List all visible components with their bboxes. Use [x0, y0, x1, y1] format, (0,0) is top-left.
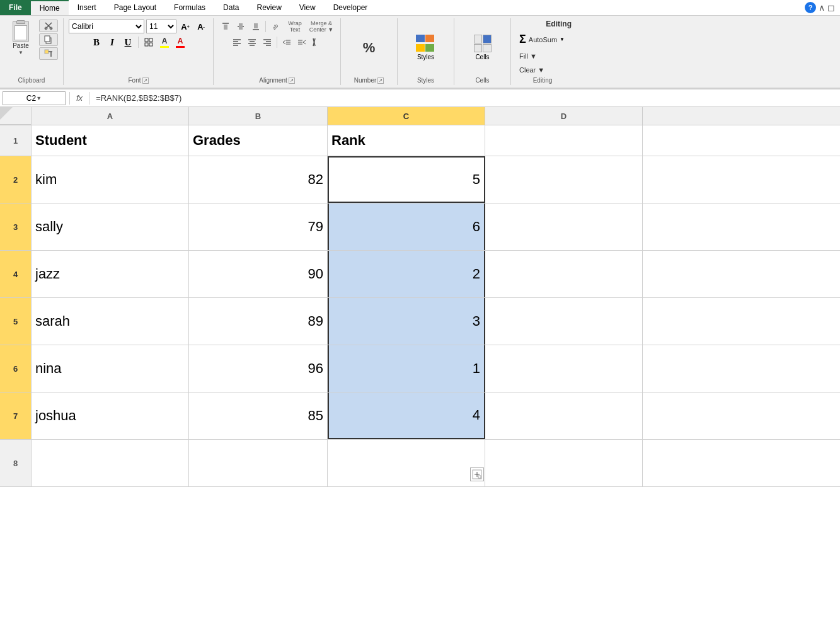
cell-b8[interactable]: [189, 440, 328, 486]
cell-d2[interactable]: [485, 156, 643, 203]
row-num-7[interactable]: 7: [0, 392, 32, 439]
tab-home[interactable]: Home: [31, 0, 69, 15]
align-top-button[interactable]: [219, 20, 233, 33]
cell-a8[interactable]: [32, 440, 189, 486]
fill-color-button[interactable]: A: [158, 35, 171, 49]
group-number: % Number ↗: [341, 18, 398, 85]
underline-button[interactable]: U: [121, 35, 135, 49]
cell-c5[interactable]: 3: [328, 298, 485, 345]
tab-page-layout[interactable]: Page Layout: [105, 0, 165, 15]
cell-c1[interactable]: Rank: [328, 125, 485, 156]
align-left-button[interactable]: [230, 35, 244, 49]
svg-line-32: [283, 40, 285, 42]
cell-a6[interactable]: nina: [32, 345, 189, 392]
bold-button[interactable]: B: [89, 35, 103, 49]
cut-button[interactable]: [39, 20, 58, 32]
cell-d1[interactable]: [485, 125, 643, 156]
cell-b5[interactable]: 89: [189, 298, 328, 345]
format-painter-button[interactable]: [39, 47, 58, 60]
merge-center-button[interactable]: Merge &Center ▼: [308, 20, 335, 33]
align-right-button[interactable]: [260, 35, 274, 49]
font-dialog-icon[interactable]: ↗: [142, 77, 149, 84]
tab-insert[interactable]: Insert: [69, 0, 105, 15]
copy-button[interactable]: [39, 33, 58, 46]
cell-c8[interactable]: [328, 440, 485, 486]
tab-view[interactable]: View: [291, 0, 325, 15]
align-row-1: ab WrapText Merge &Center ▼: [219, 20, 335, 33]
col-header-a[interactable]: A: [32, 107, 189, 125]
row-num-3[interactable]: 3: [0, 203, 32, 250]
col-header-b[interactable]: B: [189, 107, 328, 125]
increase-indent-button[interactable]: [295, 35, 309, 49]
cell-c3[interactable]: 6: [328, 203, 485, 250]
cell-a1[interactable]: Student: [32, 125, 189, 156]
cells-button[interactable]: Cells: [457, 32, 508, 64]
align-center-button[interactable]: [245, 35, 259, 49]
svg-rect-10: [149, 38, 152, 42]
number-format-button[interactable]: [310, 35, 324, 49]
col-header-c[interactable]: C: [328, 107, 485, 125]
font-size-select[interactable]: 11: [146, 20, 176, 33]
clear-button[interactable]: Clear ▼: [516, 64, 573, 76]
wrap-text-button[interactable]: WrapText: [284, 20, 306, 33]
decrease-indent-button[interactable]: [280, 35, 294, 49]
cell-c6[interactable]: 1: [328, 345, 485, 392]
cell-ref-arrow[interactable]: ▼: [36, 95, 42, 101]
cell-c7[interactable]: 4: [328, 392, 485, 439]
cell-c4[interactable]: 2: [328, 251, 485, 297]
row-num-8[interactable]: 8: [0, 440, 32, 486]
copy-icon: [44, 35, 53, 44]
col-header-d[interactable]: D: [485, 107, 643, 125]
autosum-button[interactable]: Σ AutoSum ▼: [516, 31, 573, 48]
tab-file[interactable]: File: [0, 0, 31, 15]
cell-d5[interactable]: [485, 298, 643, 345]
font-name-select[interactable]: Calibri: [69, 20, 144, 33]
row-num-1[interactable]: 1: [0, 125, 32, 156]
text-direction-button[interactable]: ab: [268, 20, 282, 33]
number-format-dropdown[interactable]: %: [344, 32, 394, 64]
align-middle-button[interactable]: [234, 20, 248, 33]
row-num-2[interactable]: 2: [0, 156, 32, 203]
tab-data[interactable]: Data: [214, 0, 248, 15]
fill-button[interactable]: Fill ▼: [516, 50, 573, 62]
row-num-5[interactable]: 5: [0, 298, 32, 345]
cell-a7[interactable]: joshua: [32, 392, 189, 439]
cell-a4[interactable]: jazz: [32, 251, 189, 297]
autofill-popup-button[interactable]: [470, 467, 484, 481]
number-dialog-icon[interactable]: ↗: [377, 77, 384, 84]
paste-button[interactable]: Paste ▼: [5, 20, 37, 56]
formula-input[interactable]: [93, 91, 837, 105]
borders-button[interactable]: [142, 35, 156, 49]
cell-d6[interactable]: [485, 345, 643, 392]
cell-d4[interactable]: [485, 251, 643, 297]
italic-button[interactable]: I: [105, 35, 119, 49]
cell-a3[interactable]: sally: [32, 203, 189, 250]
grow-font-button[interactable]: A+: [178, 20, 192, 33]
shrink-font-button[interactable]: A-: [194, 20, 208, 33]
cell-b2[interactable]: 82: [189, 156, 328, 203]
cell-d8[interactable]: [485, 440, 643, 486]
cell-b1[interactable]: Grades: [189, 125, 328, 156]
alignment-dialog-icon[interactable]: ↗: [289, 77, 295, 84]
cell-b7[interactable]: 85: [189, 392, 328, 439]
cell-b3[interactable]: 79: [189, 203, 328, 250]
tab-review[interactable]: Review: [248, 0, 290, 15]
align-bottom-button[interactable]: [249, 20, 263, 33]
cell-ref-box[interactable]: C2 ▼: [3, 91, 66, 105]
cell-a2[interactable]: kim: [32, 156, 189, 203]
minimize-icon[interactable]: ∧: [819, 3, 825, 13]
tab-formulas[interactable]: Formulas: [165, 0, 214, 15]
cell-c2[interactable]: 5: [328, 156, 485, 203]
cell-d7[interactable]: [485, 392, 643, 439]
font-color-button[interactable]: A: [173, 35, 187, 49]
cell-a5[interactable]: sarah: [32, 298, 189, 345]
row-num-4[interactable]: 4: [0, 251, 32, 297]
row-num-6[interactable]: 6: [0, 345, 32, 392]
tab-developer[interactable]: Developer: [325, 0, 377, 15]
cell-d3[interactable]: [485, 203, 643, 250]
styles-button[interactable]: Styles: [401, 32, 451, 64]
cell-b6[interactable]: 96: [189, 345, 328, 392]
cell-b4[interactable]: 90: [189, 251, 328, 297]
svg-rect-12: [149, 43, 152, 46]
restore-icon[interactable]: ◻: [827, 3, 835, 13]
